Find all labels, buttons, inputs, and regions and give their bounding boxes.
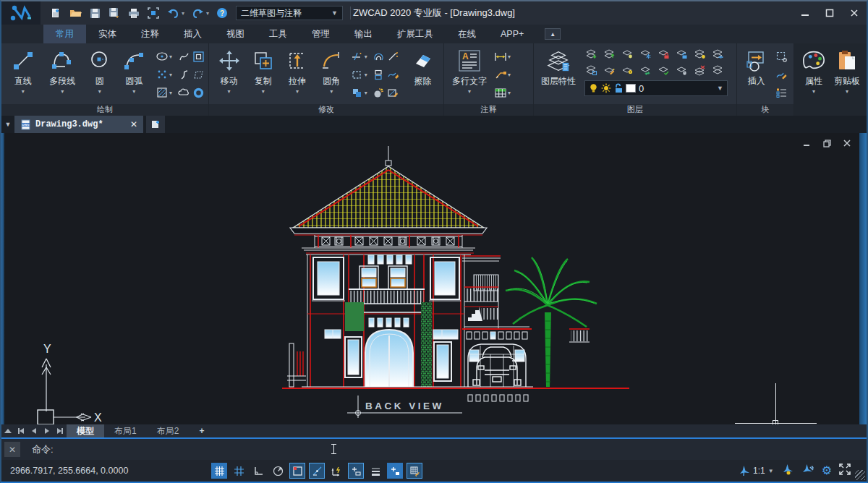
prev-layout-button[interactable] — [27, 424, 41, 437]
edit-polyline-button[interactable] — [386, 68, 401, 82]
save-as-button[interactable] — [108, 7, 121, 20]
polar-toggle[interactable] — [270, 463, 286, 479]
chevron-down-icon[interactable]: ▾ — [169, 54, 176, 60]
chevron-down-icon[interactable]: ▾ — [365, 72, 372, 78]
annotation-scale-button[interactable]: 1:1 ▼ — [738, 465, 774, 476]
workspace-selector[interactable]: 二维草图与注释 ▼ — [236, 6, 343, 20]
spline-edit-button[interactable] — [176, 68, 191, 82]
last-layout-button[interactable] — [54, 424, 67, 437]
layer-merge-icon[interactable] — [657, 63, 671, 77]
auto-annotation-scale-button[interactable] — [801, 463, 814, 478]
chevron-down-icon[interactable]: ▾ — [365, 90, 372, 96]
layer-on-icon[interactable] — [603, 47, 617, 61]
chevron-down-icon[interactable]: ▾ — [169, 72, 176, 78]
tab-view[interactable]: 视图 — [214, 25, 257, 43]
array-button[interactable] — [350, 86, 365, 101]
trim-button[interactable] — [350, 50, 365, 64]
zwcad-logo[interactable] — [1, 1, 41, 25]
mdi-minimize-button[interactable] — [801, 139, 812, 148]
circle-button[interactable]: 圆 ▾ — [83, 46, 116, 103]
point-button[interactable] — [155, 68, 169, 82]
layer-bulb-icon[interactable] — [621, 47, 635, 61]
break-button[interactable] — [372, 68, 386, 82]
layer-select-icon[interactable] — [675, 63, 689, 77]
dynamic-input-toggle[interactable] — [348, 463, 364, 479]
redo-dropdown-caret[interactable]: ▾ — [206, 10, 209, 17]
undo-button[interactable] — [166, 7, 179, 20]
open-file-button[interactable] — [69, 7, 82, 20]
tab-model[interactable]: 模型 — [67, 424, 104, 437]
erase-button[interactable]: 擦除 — [405, 46, 441, 103]
tab-layout2[interactable]: 布局2 — [147, 424, 190, 437]
resize-grip[interactable] — [855, 470, 865, 480]
fullscreen-button[interactable] — [839, 463, 851, 478]
spline-button[interactable] — [176, 50, 191, 64]
command-line[interactable]: ✕ 命令: — [1, 439, 867, 460]
chevron-down-icon[interactable]: ▾ — [169, 90, 176, 96]
layer-match-icon[interactable] — [584, 63, 599, 77]
document-tab-active[interactable]: DWG Drawing3.dwg* ✕ — [14, 116, 143, 133]
stretch-button[interactable]: 拉伸 ▾ — [280, 46, 314, 103]
snap-toggle[interactable] — [231, 463, 247, 479]
document-list-dropdown[interactable]: ▼ — [1, 116, 14, 133]
explode-button[interactable] — [372, 86, 386, 101]
wipeout-button[interactable] — [191, 68, 205, 82]
undo-dropdown-caret[interactable]: ▾ — [182, 10, 184, 17]
insert-block-button[interactable]: 插入 — [740, 46, 773, 103]
osnap-toggle[interactable] — [289, 463, 305, 479]
tab-annotate[interactable]: 注释 — [129, 25, 171, 43]
table-button[interactable] — [493, 86, 508, 101]
mdi-restore-button[interactable] — [822, 139, 832, 148]
quick-properties-toggle[interactable] — [387, 463, 403, 479]
close-icon[interactable]: ✕ — [130, 119, 137, 129]
layer-selector[interactable]: 0 ▼ — [584, 80, 728, 96]
save-button[interactable] — [88, 7, 101, 20]
tab-tools[interactable]: 工具 — [257, 25, 299, 43]
layer-visibility-icon[interactable] — [711, 47, 726, 61]
layer-previous-icon[interactable] — [603, 63, 617, 77]
fillet-button[interactable]: 圆角 ▾ — [315, 46, 349, 103]
layout-up-button[interactable] — [1, 424, 14, 437]
otrack-toggle[interactable] — [309, 463, 325, 479]
leader-button[interactable] — [493, 68, 508, 82]
drawing-canvas[interactable]: Y X — [1, 133, 867, 424]
polyline-button[interactable]: 多段线 ▾ — [42, 46, 83, 103]
layer-delete-icon[interactable] — [693, 63, 707, 77]
edit-hatch-button[interactable] — [386, 86, 401, 101]
mtext-button[interactable]: A 多行文字 ▾ — [447, 46, 492, 103]
tab-insert[interactable]: 插入 — [171, 25, 214, 43]
layer-state-icon[interactable] — [711, 63, 726, 77]
chevron-down-icon[interactable]: ▾ — [365, 54, 372, 60]
donut-button[interactable] — [191, 86, 205, 101]
chevron-down-icon[interactable]: ▾ — [508, 90, 515, 96]
move-button[interactable]: 移动 ▾ — [212, 46, 246, 103]
viewport-sync-toggle[interactable] — [407, 463, 422, 479]
extend-button[interactable] — [386, 50, 401, 64]
maximize-button[interactable] — [817, 3, 842, 23]
chevron-down-icon[interactable]: ▾ — [508, 72, 515, 78]
new-document-tab-button[interactable] — [146, 116, 165, 133]
chevron-down-icon[interactable]: ▾ — [508, 54, 515, 60]
layer-properties-button[interactable]: 图层特性 — [537, 46, 580, 103]
layer-swap-icon[interactable] — [639, 63, 653, 77]
help-button[interactable]: ? — [216, 7, 229, 20]
annotation-visibility-button[interactable] — [781, 463, 794, 478]
settings-gear-icon[interactable]: ⚙ — [822, 465, 832, 476]
scale-button[interactable] — [350, 68, 365, 82]
lineweight-toggle[interactable] — [367, 463, 383, 479]
next-layout-button[interactable] — [41, 424, 54, 437]
tab-express-tools[interactable]: 扩展工具 — [385, 25, 446, 43]
revision-cloud-button[interactable] — [176, 86, 191, 101]
arc-button[interactable]: 圆弧 ▾ — [116, 46, 152, 103]
region-button[interactable] — [191, 50, 205, 64]
ribbon-collapse-button[interactable]: ▲ — [545, 28, 561, 40]
mdi-close-button[interactable] — [842, 139, 852, 148]
copy-button[interactable]: 复制 ▾ — [246, 46, 280, 103]
grid-toggle[interactable] — [211, 463, 227, 479]
clipboard-button[interactable]: 剪贴板 ▾ — [830, 46, 864, 103]
close-button[interactable] — [842, 3, 867, 23]
first-layout-button[interactable] — [14, 424, 27, 437]
attribute-manager-button[interactable] — [775, 86, 789, 101]
tab-online[interactable]: 在线 — [446, 25, 488, 43]
layer-freeze-icon[interactable] — [639, 47, 653, 61]
